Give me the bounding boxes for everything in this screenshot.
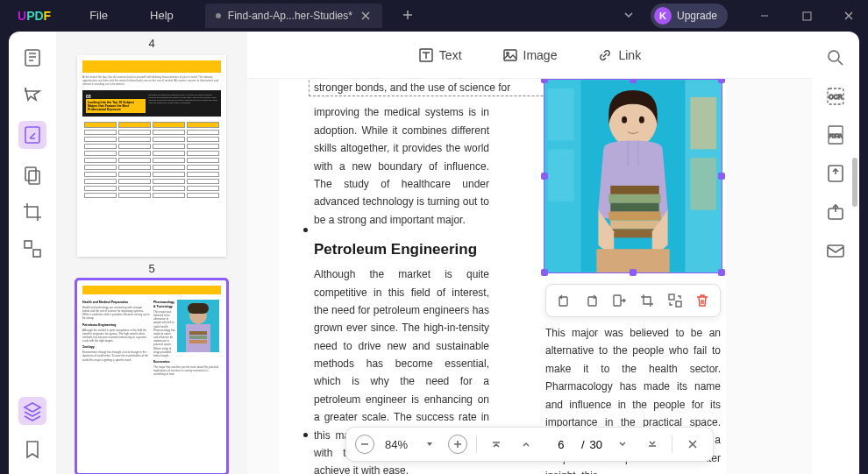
tab-add-button[interactable] [393,9,423,24]
share-icon[interactable] [825,202,846,223]
bullet-icon [303,433,308,437]
svg-rect-20 [548,149,574,201]
first-page-button[interactable] [485,433,508,456]
tools-icon[interactable] [22,238,43,259]
tab-title: Find-and-Ap...her-Studies* [228,10,352,22]
page-input[interactable] [546,438,576,451]
user-avatar: K [654,7,672,25]
upgrade-label: Upgrade [677,10,717,22]
svg-point-25 [622,117,627,124]
svg-rect-0 [803,12,811,20]
ocr-icon[interactable]: OCR [825,86,846,107]
pdfa-icon[interactable]: PDF/A [825,124,846,145]
page-input-group: / 30 [546,438,602,451]
bookmark-icon[interactable] [22,439,43,460]
main-menu: File Help [68,0,195,32]
svg-rect-34 [559,297,567,306]
window-close[interactable] [829,0,868,32]
crop-image-icon[interactable] [637,290,658,311]
zoom-value: 84% [381,438,411,451]
svg-rect-1 [25,50,39,66]
resize-handle[interactable] [630,79,637,83]
svg-rect-46 [828,245,843,257]
close-pager-button[interactable] [681,433,704,456]
resize-handle[interactable] [718,173,725,180]
comment-icon[interactable] [22,84,43,105]
svg-rect-3 [25,167,36,180]
svg-rect-9 [188,303,209,314]
tool-image[interactable]: Image [502,47,558,63]
main-area: Text Image Link stronger bonds, and the … [247,32,812,474]
page-navigator: 84% / 30 [345,427,714,462]
student-image [544,80,722,272]
svg-rect-22 [690,97,716,149]
svg-rect-31 [610,221,658,230]
window-minimize[interactable] [745,0,784,32]
svg-rect-28 [608,195,660,203]
titlebar: UPDF File Help Find-and-Ap...her-Studies… [0,0,868,32]
svg-point-16 [506,52,509,54]
last-page-button[interactable] [641,433,664,456]
thumbnail-page-4[interactable]: At the end of the day, this all connects… [77,55,226,257]
rotate-left-icon[interactable] [553,290,574,311]
thumb-number-5: 5 [68,262,235,275]
upgrade-button[interactable]: K Upgrade [651,4,728,28]
reader-icon[interactable] [22,47,43,68]
tab-close-icon[interactable] [359,10,372,22]
email-icon[interactable] [825,240,846,261]
svg-rect-30 [608,212,660,221]
left-toolbar [9,32,56,474]
document-tab[interactable]: Find-and-Ap...her-Studies* [205,4,382,28]
separator [672,435,672,453]
svg-rect-6 [33,250,40,257]
separator [476,435,477,453]
resize-handle[interactable] [541,269,548,276]
svg-rect-35 [588,297,596,306]
svg-rect-38 [676,301,681,307]
resize-handle[interactable] [718,79,725,83]
svg-point-39 [829,51,839,61]
layers-icon[interactable] [18,397,46,425]
thumb-number-4: 4 [68,37,235,50]
right-toolbar: OCR PDF/A [812,32,859,474]
next-page-button[interactable] [611,433,634,456]
extract-icon[interactable] [608,290,630,311]
tab-modified-dot [216,13,221,18]
scrollbar-thumb[interactable] [852,158,857,207]
document-canvas[interactable]: stronger bonds, and the use of science f… [247,79,812,474]
svg-rect-11 [189,331,207,335]
paragraph[interactable]: improving the medical systems is in adop… [314,103,489,229]
page-total: 30 [590,438,602,451]
resize-handle[interactable] [541,173,548,180]
resize-handle[interactable] [541,79,548,83]
zoom-dropdown[interactable] [418,433,441,456]
tool-text[interactable]: Text [418,47,462,63]
edit-toolbar: Text Image Link [247,32,812,79]
thumbnail-page-6[interactable]: Health and Medical Preparation Health an… [77,280,226,473]
edit-icon[interactable] [18,121,46,149]
prev-page-button[interactable] [515,433,537,456]
export-icon[interactable] [825,163,846,184]
crop-icon[interactable] [22,202,43,223]
bullet-icon [303,228,308,232]
svg-rect-29 [610,203,658,212]
replace-icon[interactable] [665,290,686,311]
organize-icon[interactable] [22,165,43,186]
thumbnails-panel: 4 At the end of the day, this all connec… [56,32,247,474]
menu-file[interactable]: File [68,0,129,32]
delete-icon[interactable] [692,290,713,311]
tabs-dropdown[interactable] [610,9,647,24]
resize-handle[interactable] [630,269,637,276]
rotate-right-icon[interactable] [581,290,602,311]
svg-rect-36 [614,295,621,306]
window-maximize[interactable] [787,0,826,32]
menu-help[interactable]: Help [129,0,195,32]
svg-text:OCR: OCR [829,94,843,100]
selected-image[interactable] [544,79,722,273]
search-icon[interactable] [825,47,846,68]
resize-handle[interactable] [718,269,725,276]
tool-link[interactable]: Link [597,47,641,63]
zoom-out-button[interactable] [355,435,374,454]
svg-text:PDF/A: PDF/A [829,133,843,138]
zoom-in-button[interactable] [448,435,467,454]
